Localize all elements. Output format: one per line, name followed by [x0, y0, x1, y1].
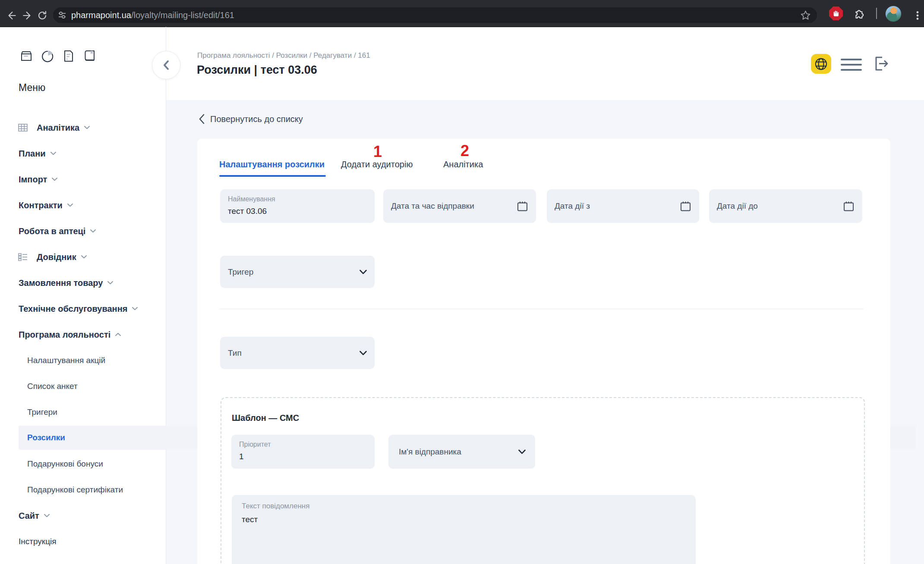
book-icon[interactable] — [83, 48, 97, 64]
calendar-icon[interactable] — [517, 201, 528, 212]
url-path: /loyalty/mailing-list/edit/161 — [131, 10, 234, 20]
sidebar-menu-title: Меню — [19, 82, 45, 94]
star-icon — [800, 10, 811, 21]
adblock-extension-button[interactable] — [829, 6, 843, 20]
document-icon[interactable] — [62, 48, 76, 64]
section-divider — [219, 309, 864, 309]
sidebar-quick-icons — [19, 48, 97, 64]
browser-menu-button[interactable] — [912, 10, 923, 21]
chevron-left-icon — [161, 60, 171, 71]
message-label: Текст повідомлення — [242, 502, 309, 511]
globe-button[interactable] — [811, 54, 831, 74]
kebab-menu-icon — [912, 10, 923, 21]
sidebar-item-analytics[interactable]: Аналітика — [0, 119, 924, 136]
app-window: pharmapoint.ua/loyalty/mailing-list/edit… — [0, 0, 924, 564]
priority-value: 1 — [239, 452, 244, 461]
profile-avatar[interactable] — [885, 6, 902, 22]
sidebar-item-label: Аналітика — [37, 123, 79, 133]
trigger-placeholder: Тригер — [228, 256, 253, 288]
hand-icon — [832, 9, 840, 17]
type-placeholder: Тип — [228, 337, 242, 369]
name-field-label: Найменування — [228, 195, 275, 203]
url-host: pharmapoint.ua — [71, 10, 131, 20]
sender-select[interactable]: Ім'я відправника — [388, 435, 535, 469]
sidebar-item-label: Тригери — [27, 407, 57, 417]
sidebar-item-label: Робота в аптеці — [19, 226, 85, 236]
send-datetime-field[interactable]: Дата та час відправки — [383, 189, 536, 223]
forward-button[interactable] — [22, 10, 33, 21]
chevron-down-icon — [67, 204, 73, 207]
reload-icon — [37, 10, 48, 21]
date-to-field[interactable]: Дата дії до — [709, 189, 862, 223]
sidebar-item-label: Подарункові бонуси — [27, 459, 103, 469]
chevron-down-icon — [52, 178, 57, 181]
active-tab-underline — [219, 175, 326, 177]
globe-icon — [814, 57, 828, 71]
puzzle-icon — [853, 8, 864, 20]
date-from-placeholder: Дата дії з — [555, 189, 590, 223]
chevron-down-icon — [518, 449, 526, 454]
url-text: pharmapoint.ua/loyalty/mailing-list/edit… — [71, 10, 234, 20]
date-to-placeholder: Дата дії до — [717, 189, 758, 223]
list-icon — [18, 253, 28, 261]
annotation-1: 1 — [373, 143, 382, 161]
bookmark-star-button[interactable] — [800, 10, 811, 21]
sidebar-item-label: Замовлення товару — [19, 278, 103, 288]
toolbar-separator — [876, 8, 877, 19]
message-value: тест — [242, 515, 258, 524]
collapse-sidebar-button[interactable] — [152, 51, 180, 79]
tune-icon — [57, 10, 67, 20]
browser-toolbar: pharmapoint.ua/loyalty/mailing-list/edit… — [0, 0, 924, 27]
reload-button[interactable] — [37, 10, 48, 21]
site-info-button[interactable] — [57, 10, 67, 20]
breadcrumb: Програма лояльності / Розсилки / Редагув… — [197, 51, 370, 60]
tab-mailing-settings[interactable]: Налаштування розсилки — [219, 160, 325, 169]
priority-field[interactable]: Пріоритет 1 — [231, 435, 375, 469]
extensions-button[interactable] — [853, 8, 864, 19]
send-datetime-placeholder: Дата та час відправки — [391, 189, 474, 223]
sidebar-item-label: Плани — [19, 149, 46, 159]
back-to-list-label: Повернутись до списку — [210, 114, 303, 124]
grid-icon — [18, 123, 28, 132]
date-from-field[interactable]: Дата дії з — [547, 189, 699, 223]
back-button[interactable] — [6, 10, 17, 21]
chevron-down-icon — [50, 152, 56, 155]
calendar-icon[interactable] — [680, 201, 691, 212]
tab-add-audience[interactable]: Додати аудиторію — [341, 160, 413, 169]
annotation-2: 2 — [460, 142, 469, 160]
trigger-select[interactable]: Тригер — [220, 256, 375, 288]
sidebar-item-label: Технічне обслуговування — [19, 304, 127, 314]
sidebar-item-label: Інструкція — [19, 537, 57, 546]
sidebar-item-label: Список анкет — [27, 382, 78, 391]
priority-label: Пріоритет — [239, 441, 271, 448]
calendar-icon[interactable] — [843, 201, 855, 212]
type-select[interactable]: Тип — [220, 337, 375, 369]
chevron-down-icon — [90, 229, 96, 233]
chevron-down-icon — [81, 255, 87, 259]
sidebar-item-label: Налаштування акцій — [27, 356, 105, 365]
page-title: Розсилки | тест 03.06 — [197, 63, 317, 77]
chevron-down-icon — [84, 126, 90, 129]
tab-analytics[interactable]: Аналітика — [443, 160, 483, 169]
sidebar-item-label: Імпорт — [19, 175, 47, 185]
chevron-down-icon — [44, 514, 50, 517]
chevron-down-icon — [360, 351, 367, 355]
sender-placeholder: Ім'я відправника — [399, 435, 461, 469]
menu-lines-button[interactable] — [841, 59, 862, 71]
name-field[interactable]: Найменування тест 03.06 — [220, 189, 375, 223]
logout-icon — [870, 53, 890, 73]
sidebar-item-label: Подарункові сертифікати — [27, 485, 123, 495]
chevron-left-icon — [199, 114, 205, 124]
logout-button[interactable] — [870, 53, 890, 73]
chevron-down-icon — [132, 307, 138, 310]
sms-template-heading: Шаблон — СМС — [232, 413, 299, 423]
archive-box-icon[interactable] — [19, 48, 33, 64]
url-bar[interactable]: pharmapoint.ua/loyalty/mailing-list/edit… — [53, 7, 817, 23]
sidebar-item-label: Розсилки — [27, 433, 65, 442]
pie-chart-icon[interactable] — [41, 48, 54, 64]
chevron-up-icon — [115, 333, 121, 336]
message-textarea[interactable]: Текст повідомлення тест — [232, 495, 696, 564]
forward-arrow-icon — [22, 10, 33, 21]
back-to-list-link[interactable]: Повернутись до списку — [199, 113, 303, 125]
chevron-down-icon — [107, 281, 113, 285]
